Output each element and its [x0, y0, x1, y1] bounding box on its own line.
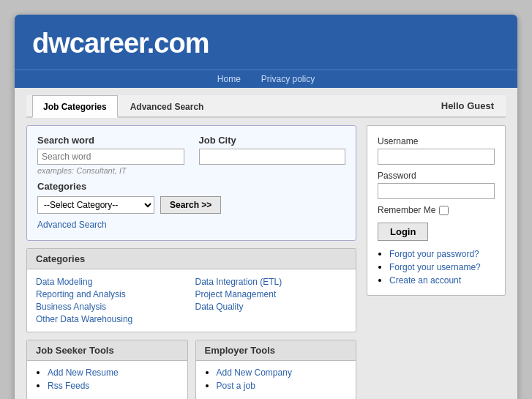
search-hint: examples: Consultant, IT — [37, 166, 184, 175]
login-button[interactable]: Login — [378, 223, 428, 241]
remember-label: Remember Me — [378, 205, 435, 215]
site-title: dwcareer.com — [32, 28, 500, 59]
tabs-bar: Job Categories Advanced Search Hello Gue… — [26, 95, 506, 118]
categories-panel-body: Data Modeling Data Integration (ETL) Rep… — [27, 269, 356, 332]
list-item: Forgot your username? — [389, 261, 495, 272]
employer-list: Add New Company Post a job — [205, 367, 348, 391]
post-job-link[interactable]: Post a job — [217, 381, 255, 391]
search-button[interactable]: Search >> — [160, 196, 221, 214]
job-seeker-body: Add New Resume Rss Feeds — [27, 361, 187, 399]
tab-job-categories[interactable]: Job Categories — [32, 95, 118, 118]
categories-label: Categories — [37, 181, 345, 192]
add-company-link[interactable]: Add New Company — [217, 368, 292, 378]
advanced-search-link[interactable]: Advanced Search — [37, 220, 345, 230]
search-row: Search word examples: Consultant, IT Job… — [37, 135, 345, 175]
search-word-label: Search word — [37, 135, 184, 146]
search-word-group: Search word examples: Consultant, IT — [37, 135, 184, 175]
employer-tools-panel: Employer Tools Add New Company Post a jo… — [195, 340, 357, 399]
cat-data-modeling[interactable]: Data Modeling — [36, 277, 188, 287]
list-item: Create an account — [389, 275, 495, 286]
list-item: Rss Feeds — [48, 380, 179, 391]
cat-data-integration[interactable]: Data Integration (ETL) — [195, 277, 348, 287]
page-container: dwcareer.com Home Privacy policy Job Cat… — [15, 15, 517, 399]
greeting: Hello Guest — [441, 100, 500, 111]
job-seeker-header: Job Seeker Tools — [27, 340, 187, 361]
search-box: Search word examples: Consultant, IT Job… — [26, 125, 356, 241]
categories-panel-header: Categories — [27, 249, 356, 269]
employer-header: Employer Tools — [196, 340, 356, 361]
tabs-left: Job Categories Advanced Search — [32, 95, 216, 116]
categories-grid: Data Modeling Data Integration (ETL) Rep… — [36, 277, 347, 324]
nav-bar: Home Privacy policy — [15, 70, 517, 88]
cat-reporting[interactable]: Reporting and Analysis — [36, 289, 188, 299]
login-panel: Username Password Remember Me Login Forg… — [367, 125, 506, 296]
add-resume-link[interactable]: Add New Resume — [48, 368, 119, 378]
remember-row: Remember Me — [378, 205, 495, 215]
nav-privacy[interactable]: Privacy policy — [251, 70, 325, 88]
cat-project-mgmt[interactable]: Project Management — [195, 289, 348, 299]
job-seeker-tools-panel: Job Seeker Tools Add New Resume Rss Feed… — [26, 340, 188, 399]
employer-body: Add New Company Post a job — [196, 361, 356, 399]
job-city-label: Job City — [199, 135, 346, 146]
cat-data-quality[interactable]: Data Quality — [195, 302, 348, 312]
categories-section: Categories --Select Category-- Data Mode… — [37, 181, 345, 230]
tab-advanced-search[interactable]: Advanced Search — [119, 95, 215, 116]
forgot-password-link[interactable]: Forgot your password? — [389, 249, 479, 259]
job-city-group: Job City — [199, 135, 346, 175]
search-word-input[interactable] — [37, 149, 184, 165]
header: dwcareer.com — [15, 15, 517, 70]
cat-business-analysis[interactable]: Business Analysis — [36, 302, 188, 312]
list-item: Add New Resume — [48, 367, 179, 378]
job-city-input[interactable] — [199, 149, 346, 165]
create-account-link[interactable]: Create an account — [389, 275, 461, 286]
list-item: Forgot your password? — [389, 248, 495, 259]
category-select[interactable]: --Select Category-- Data Modeling Report… — [37, 196, 154, 214]
content-area: Job Categories Advanced Search Hello Gue… — [15, 88, 517, 399]
nav-home[interactable]: Home — [207, 70, 251, 88]
username-input[interactable] — [378, 149, 495, 165]
rss-feeds-link[interactable]: Rss Feeds — [48, 381, 89, 391]
list-item: Post a job — [217, 380, 348, 391]
username-label: Username — [378, 136, 495, 146]
job-seeker-list: Add New Resume Rss Feeds — [36, 367, 179, 391]
tools-row: Job Seeker Tools Add New Resume Rss Feed… — [26, 340, 356, 399]
list-item: Add New Company — [217, 367, 348, 378]
categories-panel: Categories Data Modeling Data Integratio… — [26, 248, 356, 332]
forgot-username-link[interactable]: Forgot your username? — [389, 262, 481, 272]
categories-row: --Select Category-- Data Modeling Report… — [37, 196, 345, 214]
password-label: Password — [378, 171, 495, 181]
main-layout: Search word examples: Consultant, IT Job… — [26, 125, 506, 399]
cat-other-data[interactable]: Other Data Warehousing — [36, 314, 188, 324]
remember-checkbox[interactable] — [439, 206, 449, 215]
password-input[interactable] — [378, 183, 495, 199]
login-links: Forgot your password? Forgot your userna… — [378, 248, 495, 286]
left-column: Search word examples: Consultant, IT Job… — [26, 125, 356, 399]
right-column: Username Password Remember Me Login Forg… — [367, 125, 506, 399]
